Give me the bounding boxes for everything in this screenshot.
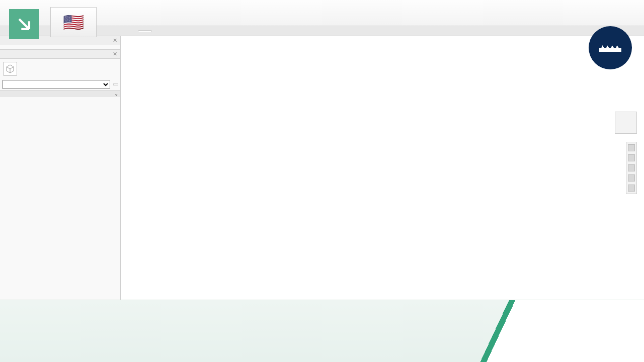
main-area: ✕ ✕ ⌄ (0, 36, 644, 300)
webinar-tag (596, 322, 619, 336)
cube-icon (3, 62, 17, 76)
navigation-bar (626, 142, 637, 194)
properties-selector[interactable] (2, 80, 110, 89)
caption-banner (0, 300, 644, 362)
download-badge (9, 9, 39, 39)
tab-analytical-model[interactable] (138, 30, 152, 32)
document-tabs (0, 26, 644, 36)
close-icon[interactable]: ✕ (113, 37, 117, 44)
svg-line-1 (7, 67, 10, 69)
properties-title: ✕ (0, 49, 120, 59)
svg-line-7 (601, 324, 603, 326)
ribbon (0, 0, 644, 26)
svg-line-2 (10, 67, 14, 69)
nav-orbit-icon[interactable] (628, 174, 635, 182)
cursor-click-icon (596, 322, 610, 336)
properties-section-graphics[interactable]: ⌄ (0, 90, 120, 97)
tab-3d[interactable] (121, 30, 132, 32)
nav-pan-icon[interactable] (628, 154, 635, 161)
nav-look-icon[interactable] (628, 185, 635, 192)
model-viewport[interactable] (121, 36, 644, 300)
viewcube[interactable] (615, 112, 637, 134)
close-icon[interactable]: ✕ (113, 51, 117, 57)
left-panel: ✕ ✕ ⌄ (0, 36, 121, 300)
nav-wheel-icon[interactable] (628, 144, 635, 151)
properties-selector-row (0, 79, 120, 90)
svg-line-6 (598, 324, 600, 326)
building-model (161, 41, 624, 295)
nav-zoom-icon[interactable] (628, 164, 635, 171)
us-flag-icon: 🇺🇸 (50, 7, 97, 37)
bridge-icon (599, 42, 621, 52)
properties-type (0, 59, 120, 79)
dlubal-logo (589, 26, 632, 69)
project-browser-tree (0, 45, 120, 49)
expand-icon: ⌄ (114, 91, 118, 97)
edit-type-button[interactable] (113, 83, 118, 85)
